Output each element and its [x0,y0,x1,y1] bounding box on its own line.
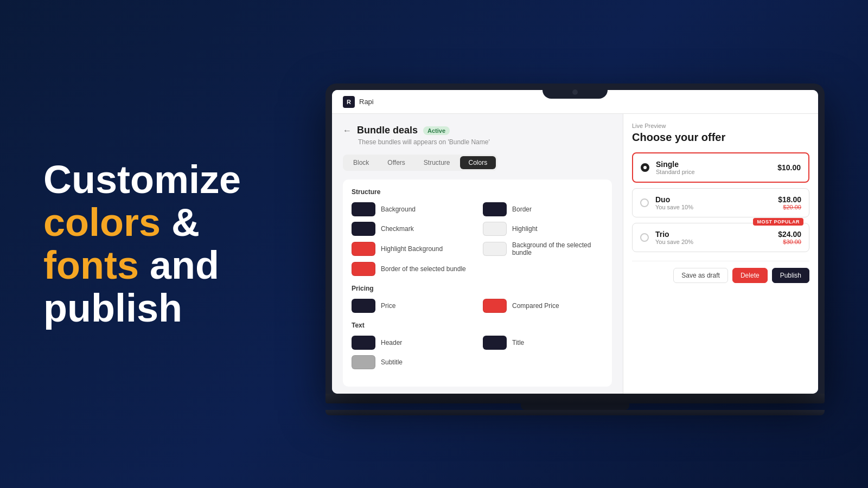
price-label: Price [381,302,395,310]
laptop-container: R Rapi ← Bundle deals Active [282,73,868,415]
header-swatch[interactable] [352,336,375,350]
bundle-subtitle-single: Standard price [656,169,771,175]
highlight-bg-label: Highlight Background [381,245,443,253]
bundle-radio-single [641,163,649,172]
selected-bg-swatch[interactable] [483,242,507,256]
border-swatch[interactable] [483,202,507,216]
preview-heading: Choose your offer [632,131,809,144]
color-row-selected-bg: Background of the selected bundle [483,241,603,256]
color-row-price: Price [352,299,472,313]
selected-border-label: Border of the selected bundle [381,265,466,273]
save-draft-button[interactable]: Save as draft [673,268,728,283]
laptop-foot [326,410,825,415]
color-row-selected-border: Border of the selected bundle [352,262,472,276]
highlight-bg-swatch[interactable] [352,242,375,256]
pricing-section-title: Pricing [352,285,603,292]
color-row-header: Header [352,336,472,350]
publish-button[interactable]: Publish [772,268,809,283]
bundle-radio-trio [640,233,649,242]
most-popular-badge: MOST POPULAR [753,218,803,226]
bundle-price-single: $10.00 [777,163,801,172]
bundle-compare-duo: $20.00 [778,204,801,210]
background-swatch[interactable] [352,202,375,216]
selected-border-swatch[interactable] [352,262,375,276]
app-name: Rapi [359,98,374,106]
laptop-screen-outer: R Rapi ← Bundle deals Active [326,84,825,394]
color-row-checkmark: Checkmark [352,222,472,236]
tab-structure[interactable]: Structure [415,156,459,169]
pricing-color-grid: Price Compared Price [352,299,603,313]
tab-bar: Block Offers Structure Colors [343,155,497,171]
bundle-option-single[interactable]: Single Standard price $10.00 [632,152,809,183]
color-row-highlight: Highlight [483,222,603,236]
bundle-pricing-trio: $24.00 $30.00 [778,230,801,245]
bundle-pricing-single: $10.00 [777,163,801,172]
structure-color-grid: Background Border Checkmark [352,202,603,276]
checkmark-swatch[interactable] [352,222,375,236]
color-row-border: Border [483,202,603,216]
text-section-title: Text [352,322,603,329]
laptop-stand [521,403,629,410]
preview-panel: Live Preview Choose your offer Single St… [623,114,818,394]
bundle-name-trio: Trio [655,230,771,239]
background-label: Background [381,206,416,213]
hero-line2-and: & [171,201,200,244]
subtitle-swatch[interactable] [352,355,375,369]
color-row-title: Title [483,336,603,350]
hero-line3-gold: fonts [43,243,139,287]
laptop-base [326,394,825,403]
bundle-option-duo[interactable]: Duo You save 10% $18.00 $20.00 [632,188,809,217]
structure-section-title: Structure [352,188,603,196]
color-row-highlight-bg: Highlight Background [352,241,472,256]
bundle-option-trio[interactable]: MOST POPULAR Trio You save 20% $24.00 $3… [632,223,809,252]
color-row-compared-price: Compared Price [483,299,603,313]
bundle-price-duo: $18.00 [778,195,801,204]
compared-price-swatch[interactable] [483,299,507,313]
selected-bg-label: Background of the selected bundle [512,241,603,256]
hero-line2-gold: colors [43,201,161,244]
bundle-info-single: Single Standard price [656,160,771,175]
tab-block[interactable]: Block [344,156,378,169]
bundle-name-single: Single [656,160,771,169]
color-card: Structure Background Border [343,179,612,387]
page-title: Bundle deals [357,125,418,136]
laptop-camera [572,89,578,95]
status-badge: Active [423,126,450,135]
app-body: ← Bundle deals Active These bundles will… [332,114,818,394]
title-label: Title [512,339,524,346]
back-button[interactable]: ← [343,126,352,136]
tab-colors[interactable]: Colors [460,156,496,169]
page-subtitle: These bundles will appears on 'Bundle Na… [358,138,612,146]
color-row-background: Background [352,202,472,216]
tab-offers[interactable]: Offers [379,156,413,169]
bundle-info-duo: Duo You save 10% [655,195,771,210]
title-swatch[interactable] [483,336,507,350]
color-row-subtitle: Subtitle [352,355,472,369]
laptop: R Rapi ← Bundle deals Active [326,84,825,415]
bundle-pricing-duo: $18.00 $20.00 [778,195,801,210]
main-panel: ← Bundle deals Active These bundles will… [332,114,623,394]
app-container: R Rapi ← Bundle deals Active [332,90,818,394]
preview-label: Live Preview [632,123,809,129]
border-label: Border [512,206,532,213]
highlight-label: Highlight [512,225,538,233]
bundle-subtitle-trio: You save 20% [655,239,771,245]
header-label: Header [381,339,402,346]
bundle-subtitle-duo: You save 10% [655,204,771,210]
bundle-radio-duo [640,198,649,207]
bundle-price-trio: $24.00 [778,230,801,239]
page-header: ← Bundle deals Active [343,125,612,136]
hero-line3-white: and [150,243,219,287]
price-swatch[interactable] [352,299,375,313]
app-logo: R [343,96,355,108]
delete-button[interactable]: Delete [732,268,768,283]
hero-line1: Customize [43,158,241,201]
hero-line4: publish [43,286,182,330]
highlight-swatch[interactable] [483,222,507,236]
bundle-compare-trio: $30.00 [778,239,801,245]
hero-section: Customize colors & fonts and publish [0,126,282,363]
bundle-name-duo: Duo [655,195,771,204]
checkmark-label: Checkmark [381,225,414,233]
bundle-info-trio: Trio You save 20% [655,230,771,245]
laptop-notch [542,84,608,99]
